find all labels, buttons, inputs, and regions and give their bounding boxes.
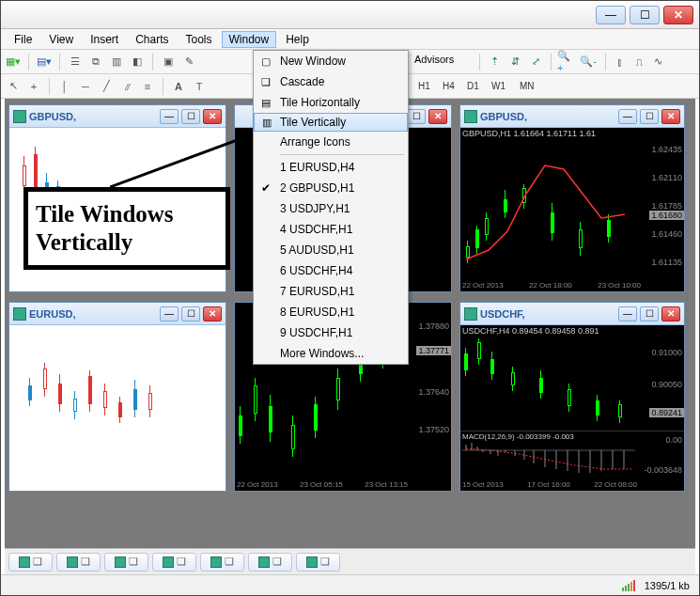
chart-minimize-button[interactable]: — — [160, 306, 179, 322]
chart-minimize-button[interactable]: — — [160, 109, 179, 124]
tf-h1[interactable]: H1 — [414, 80, 434, 92]
new-order-icon[interactable]: ▣ — [160, 54, 177, 71]
menu-insert[interactable]: Insert — [83, 31, 126, 48]
indicator-list-icon[interactable]: ⇡ — [486, 54, 503, 71]
menu-item-window-9[interactable]: 9 USDCHF,H1 — [254, 322, 408, 343]
chart-tab[interactable]: ❏ — [296, 553, 340, 572]
connection-signal-icon — [622, 580, 635, 591]
chart-minimize-button[interactable]: — — [618, 109, 637, 124]
chart-tab[interactable]: ❏ — [248, 553, 292, 572]
chart-title: USDCHF, — [480, 308, 615, 320]
menu-item-window-5[interactable]: 5 AUDUSD,H1 — [254, 240, 408, 260]
menu-item-more-windows[interactable]: More Windows... — [254, 343, 408, 364]
chart-tab[interactable]: ❏ — [200, 553, 244, 572]
chart-tab[interactable]: ❏ — [152, 553, 196, 572]
status-bandwidth: 1395/1 kb — [645, 580, 690, 591]
periodicity-icon[interactable]: ⇵ — [506, 54, 523, 71]
chart-icon — [67, 557, 78, 568]
horizontal-line-icon[interactable]: ─ — [77, 78, 94, 95]
chart-close-button[interactable]: ✕ — [203, 109, 222, 124]
menu-item-new-window[interactable]: ▢New Window — [254, 51, 408, 71]
window-close-button[interactable]: ✕ — [663, 6, 693, 24]
menu-view[interactable]: View — [41, 31, 81, 48]
menu-item-tile-vertically[interactable]: ▥Tile Vertically — [254, 113, 408, 132]
cascade-icon: ❏ — [33, 556, 42, 568]
chart-icon — [306, 557, 318, 568]
menu-window[interactable]: Window — [222, 31, 277, 48]
y-tick: 1.37880 — [418, 322, 449, 331]
templates-icon[interactable]: ⤢ — [527, 54, 544, 71]
menu-item-window-2[interactable]: ✔2 GBPUSD,H1 — [254, 178, 408, 198]
x-tick: 15 Oct 2013 — [462, 480, 504, 489]
menu-item-tile-horizontally[interactable]: ▤Tile Horizontally — [254, 92, 408, 113]
chart-tab[interactable]: ❏ — [56, 553, 101, 572]
tf-mn[interactable]: MN — [516, 80, 538, 92]
chart-maximize-button[interactable]: ☐ — [407, 109, 426, 124]
menu-item-window-7[interactable]: 7 EURUSD,H1 — [254, 281, 408, 302]
crosshair-icon[interactable]: + — [25, 78, 42, 95]
zoom-in-icon[interactable]: 🔍+ — [557, 54, 574, 71]
chart-tab[interactable]: ❏ — [104, 553, 148, 572]
candlestick-icon[interactable]: ⎍ — [630, 54, 647, 71]
chart-tab[interactable]: ❏ — [8, 553, 53, 572]
menu-file[interactable]: File — [7, 31, 39, 48]
metaeditor-icon[interactable]: ✎ — [180, 54, 197, 71]
cursor-icon[interactable]: ↖ — [5, 78, 22, 95]
menu-help[interactable]: Help — [278, 31, 317, 48]
chart-minimize-button[interactable]: — — [618, 306, 637, 322]
terminal-icon[interactable]: ▥ — [108, 54, 125, 71]
chart-close-button[interactable]: ✕ — [203, 306, 222, 322]
annotation-callout: Tile Windows Vertically — [23, 187, 230, 270]
text-icon[interactable]: A — [170, 78, 187, 95]
menu-charts[interactable]: Charts — [128, 31, 176, 48]
menu-item-window-4[interactable]: 4 USDCHF,H1 — [254, 219, 408, 240]
menu-item-arrange-icons[interactable]: Arrange Icons — [254, 132, 408, 152]
chart-maximize-button[interactable]: ☐ — [181, 306, 200, 322]
chart-window-usdchf-h4[interactable]: USDCHF, — ☐ ✕ USDCHF,H4 0.89454 0.89458 … — [459, 302, 685, 492]
menu-item-window-3[interactable]: 3 USDJPY,H1 — [254, 198, 408, 219]
zoom-out-icon[interactable]: 🔍- — [580, 54, 597, 71]
menu-item-window-6[interactable]: 6 USDCHF,H4 — [254, 260, 408, 281]
new-chart-icon[interactable]: ▦▾ — [5, 54, 22, 71]
chart-window-eurusd-light[interactable]: EURUSD, — ☐ ✕ — [8, 302, 226, 492]
tf-h4[interactable]: H4 — [439, 80, 459, 92]
check-icon: ✔ — [261, 181, 271, 195]
menu-item-window-1[interactable]: 1 EURUSD,H4 — [254, 157, 408, 178]
menu-separator — [280, 154, 404, 155]
chart-maximize-button[interactable]: ☐ — [640, 109, 659, 124]
chart-close-button[interactable]: ✕ — [661, 306, 680, 322]
tf-d1[interactable]: D1 — [463, 80, 483, 92]
menu-item-window-8[interactable]: 8 EURUSD,H1 — [254, 302, 408, 322]
profiles-icon[interactable]: ▤▾ — [36, 54, 53, 71]
chart-title: EURUSD, — [29, 308, 157, 320]
channel-icon[interactable]: ⫽ — [118, 78, 135, 95]
window-minimize-button[interactable]: — — [596, 6, 626, 24]
tf-w1[interactable]: W1 — [488, 80, 509, 92]
fibo-icon[interactable]: ≡ — [139, 78, 156, 95]
menu-tools[interactable]: Tools — [179, 31, 220, 48]
chart-icon — [115, 557, 126, 568]
menu-item-cascade[interactable]: ❏Cascade — [254, 71, 408, 92]
macd-tick: 0.00 — [665, 435, 682, 445]
trendline-icon[interactable]: ╱ — [98, 78, 115, 95]
status-bar: 1395/1 kb — [1, 574, 699, 595]
tester-icon[interactable]: ◧ — [129, 54, 146, 71]
market-watch-icon[interactable]: ☰ — [67, 54, 84, 71]
chart-maximize-button[interactable]: ☐ — [640, 306, 659, 322]
vertical-line-icon[interactable]: │ — [56, 78, 73, 95]
chart-canvas[interactable]: GBPUSD,H1 1.61664 1.61711 1.61 1.62435 1… — [460, 128, 684, 291]
chart-close-button[interactable]: ✕ — [661, 109, 680, 124]
navigator-icon[interactable]: ⧉ — [87, 54, 104, 71]
bar-chart-icon[interactable]: ⫿ — [612, 54, 629, 71]
chart-canvas[interactable]: USDCHF,H4 0.89454 0.89458 0.891 0.91000 … — [460, 325, 684, 491]
chart-close-button[interactable]: ✕ — [428, 109, 447, 124]
text-label-icon[interactable]: T — [191, 78, 208, 95]
line-chart-icon[interactable]: ∿ — [649, 54, 666, 71]
y-tick: 1.62435 — [651, 145, 682, 154]
chart-window-gbpusd-h1[interactable]: GBPUSD, — ☐ ✕ GBPUSD,H1 1.61664 1.61711 … — [459, 104, 685, 292]
x-tick: 22 Oct 2013 — [462, 281, 504, 290]
chart-canvas[interactable] — [9, 325, 226, 491]
chart-maximize-button[interactable]: ☐ — [181, 109, 200, 124]
macd-tick: -0.003648 — [644, 465, 682, 475]
window-maximize-button[interactable]: ☐ — [630, 6, 660, 24]
